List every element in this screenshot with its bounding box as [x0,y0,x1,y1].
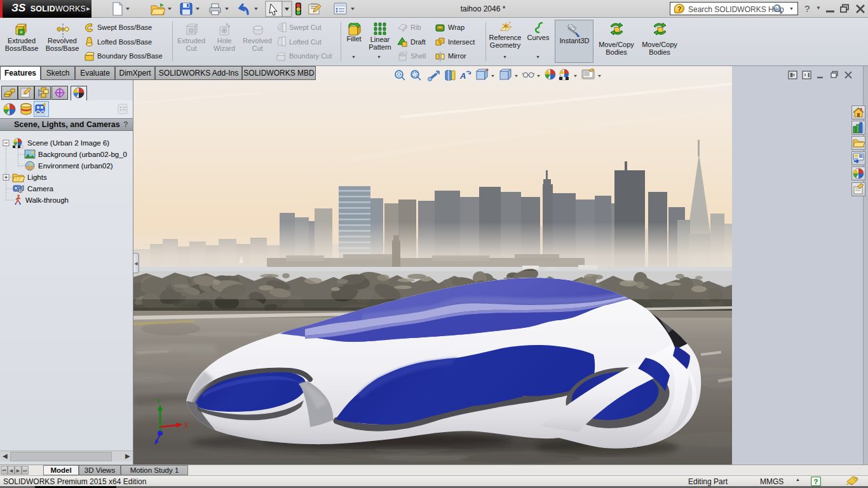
svg-text:*: * [509,22,511,25]
svg-text:X: X [184,422,189,429]
svg-text:Y: Y [156,398,161,405]
svg-text:A: A [459,71,466,81]
svg-text:?: ? [814,478,818,485]
svg-text:bd: bd [438,27,442,30]
